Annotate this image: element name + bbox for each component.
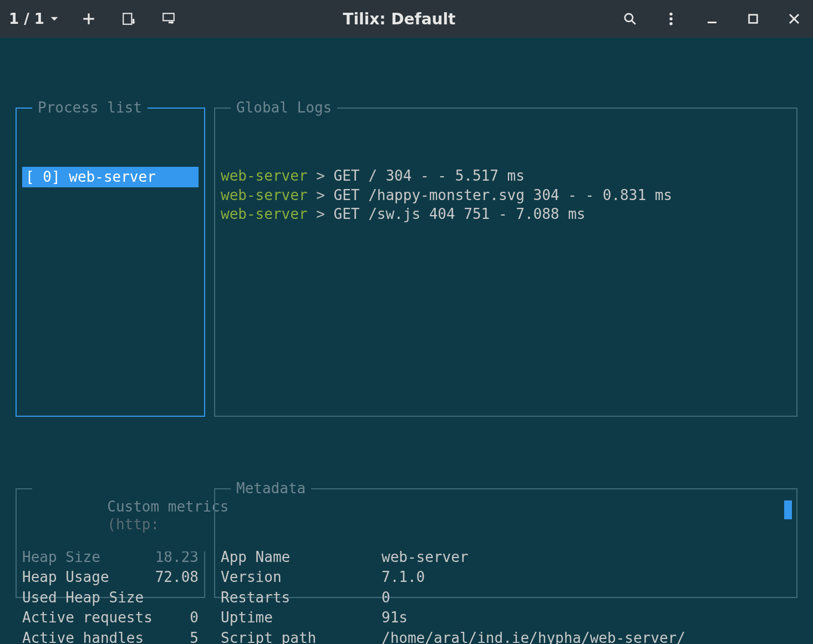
metadata-value: 0 xyxy=(382,589,390,607)
metadata-value: web-server xyxy=(382,548,469,566)
metadata-title: Metadata xyxy=(231,479,311,498)
svg-rect-1 xyxy=(83,18,94,19)
svg-point-4 xyxy=(625,14,633,22)
metadata-value: /home/aral/ind.ie/hypha/web-server/ xyxy=(382,629,685,645)
log-separator: > xyxy=(308,206,334,222)
session-selector[interactable]: 1 / 1 xyxy=(9,11,59,27)
titlebar: 1 / 1 Tilix: Default xyxy=(0,0,813,38)
chevron-down-icon xyxy=(50,14,59,23)
log-source: web-server xyxy=(221,167,308,184)
metadata-label: Version xyxy=(221,568,382,586)
plus-icon xyxy=(82,12,96,26)
custom-metrics-subtitle: (http: xyxy=(107,516,159,533)
log-line: web-server > GET /sw.js 404 751 - 7.088 … xyxy=(221,205,791,223)
log-source: web-server xyxy=(221,187,308,203)
svg-point-6 xyxy=(669,13,672,16)
split-right-icon xyxy=(161,12,176,26)
metric-row: Active requests0 xyxy=(22,607,199,628)
process-list-title: Process list xyxy=(32,99,148,117)
metric-label: Heap Usage xyxy=(22,568,109,586)
metadata-row: Uptime91s xyxy=(221,607,791,628)
maximize-button[interactable] xyxy=(743,9,763,29)
metadata-scrollbar-thumb[interactable] xyxy=(784,500,792,519)
log-message: GET / 304 - - 5.517 ms xyxy=(334,167,525,184)
metadata-value: 7.1.0 xyxy=(382,568,425,586)
metadata-row: Script path/home/aral/ind.ie/hypha/web-s… xyxy=(221,628,791,645)
split-right-button[interactable] xyxy=(159,9,179,29)
svg-rect-9 xyxy=(708,22,717,23)
custom-metrics-panel[interactable]: Custom metrics (http: Heap Size18.23Heap… xyxy=(16,488,205,598)
close-icon xyxy=(787,12,801,25)
metric-row: Active handles5 xyxy=(22,628,199,645)
metric-label: Active handles xyxy=(22,629,144,645)
session-label: 1 / 1 xyxy=(9,11,44,27)
svg-line-5 xyxy=(632,21,636,24)
metadata-label: Restarts xyxy=(221,589,382,607)
svg-rect-2 xyxy=(123,13,131,24)
metadata-label: App Name xyxy=(221,548,382,566)
metadata-row: Restarts0 xyxy=(221,587,791,608)
metadata-label: Uptime xyxy=(221,609,382,627)
add-terminal-button[interactable] xyxy=(79,9,99,29)
metadata-label: Script path xyxy=(221,629,382,645)
close-button[interactable] xyxy=(784,9,804,29)
minimize-button[interactable] xyxy=(702,9,722,29)
metadata-panel[interactable]: Metadata App Nameweb-serverVersion7.1.0R… xyxy=(214,488,797,598)
custom-metrics-title: Custom metrics (http: xyxy=(32,479,234,551)
process-list-item[interactable]: [ 0] web-server xyxy=(22,167,199,187)
global-logs-title: Global Logs xyxy=(231,99,337,117)
kebab-menu-icon xyxy=(664,12,678,26)
global-logs-panel[interactable]: Global Logs web-server > GET / 304 - - 5… xyxy=(214,108,797,417)
minimize-icon xyxy=(705,12,719,25)
terminal-area[interactable]: Process list [ 0] web-server Global Logs… xyxy=(0,38,813,644)
metadata-value: 91s xyxy=(382,609,408,627)
search-button[interactable] xyxy=(620,9,640,29)
svg-rect-3 xyxy=(163,13,174,21)
log-line: web-server > GET /happy-monster.svg 304 … xyxy=(221,186,791,205)
log-separator: > xyxy=(308,187,334,203)
window-title: Tilix: Default xyxy=(179,10,620,28)
metric-value: 0 xyxy=(190,609,199,627)
log-line: web-server > GET / 304 - - 5.517 ms xyxy=(221,167,791,185)
split-down-button[interactable] xyxy=(119,9,139,29)
svg-point-8 xyxy=(669,22,672,25)
metric-value: 5 xyxy=(190,629,199,645)
svg-point-7 xyxy=(669,17,672,20)
metric-row: Used Heap Size xyxy=(22,587,199,608)
log-source: web-server xyxy=(221,206,308,222)
split-down-icon xyxy=(121,12,136,26)
metric-label: Used Heap Size xyxy=(22,589,144,607)
log-message: GET /happy-monster.svg 304 - - 0.831 ms xyxy=(334,187,672,203)
metadata-row: Version7.1.0 xyxy=(221,567,791,587)
metric-label: Active requests xyxy=(22,609,153,627)
metric-row: Heap Usage72.08 xyxy=(22,567,199,587)
log-separator: > xyxy=(308,167,334,184)
search-icon xyxy=(623,12,637,26)
metric-value: 72.08 xyxy=(155,568,199,586)
process-list-panel[interactable]: Process list [ 0] web-server xyxy=(16,108,205,417)
maximize-icon xyxy=(747,13,759,25)
metadata-row: App Nameweb-server xyxy=(221,547,791,568)
menu-button[interactable] xyxy=(661,9,681,29)
svg-rect-10 xyxy=(749,15,758,23)
log-message: GET /sw.js 404 751 - 7.088 ms xyxy=(334,206,586,222)
